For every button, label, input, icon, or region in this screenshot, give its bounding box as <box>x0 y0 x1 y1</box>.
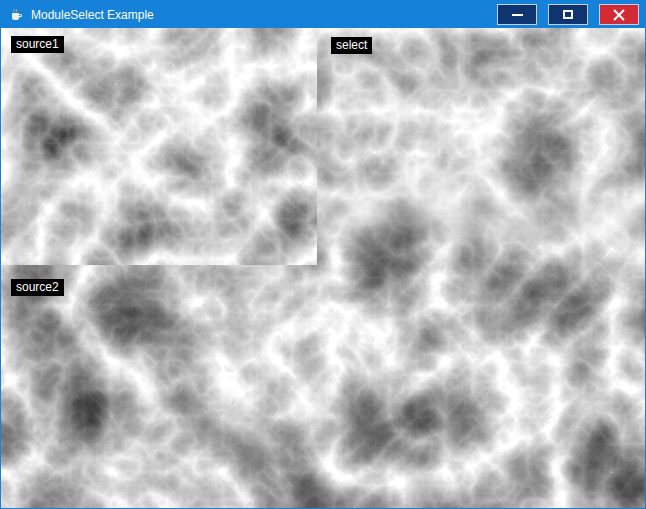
window-title: ModuleSelect Example <box>31 8 154 22</box>
maximize-button[interactable] <box>548 4 588 25</box>
close-icon <box>613 9 625 21</box>
noise-canvas <box>1 28 645 508</box>
close-button[interactable] <box>599 4 639 25</box>
render-canvas: source1 select source2 <box>1 28 645 508</box>
maximize-icon <box>563 10 573 19</box>
window-controls <box>497 4 645 25</box>
app-window: ModuleSelect Example <box>0 0 646 509</box>
label-source2: source2 <box>11 279 64 296</box>
label-source1: source1 <box>11 36 64 53</box>
minimize-button[interactable] <box>497 4 537 25</box>
java-coffee-cup-icon <box>8 7 24 23</box>
source1-texture <box>1 28 317 265</box>
label-select: select <box>331 37 372 54</box>
minimize-icon <box>512 14 523 16</box>
titlebar[interactable]: ModuleSelect Example <box>1 1 645 28</box>
